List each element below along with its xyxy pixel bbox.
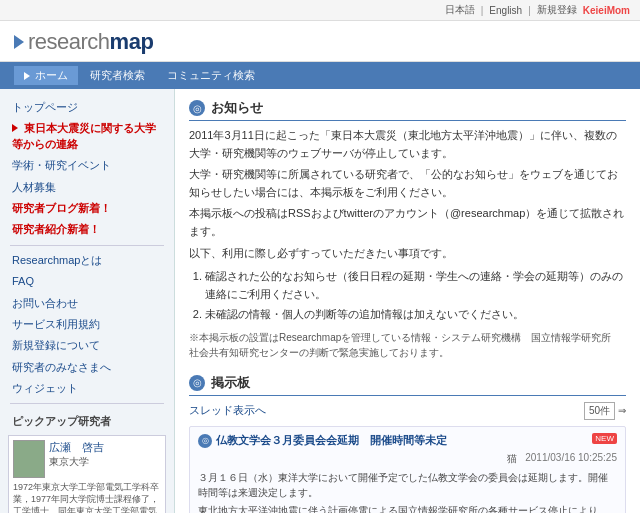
- sidebar-item-register[interactable]: 新規登録について: [0, 335, 174, 356]
- sidebar-researchers-label: 研究者のみなさまへ: [12, 361, 111, 373]
- sidebar-terms-label: サービス利用規約: [12, 318, 100, 330]
- logo-arrow-icon: [14, 35, 24, 49]
- post-header-1: ◎ 仏教文学会３月委員会会延期 開催時間等未定 NEW: [198, 433, 617, 448]
- sidebar-item-widget[interactable]: ウィジェット: [0, 378, 174, 399]
- pickup-person: 広瀬 啓吉 東京大学: [13, 440, 161, 478]
- header: researchmap: [0, 21, 640, 62]
- notice-content: 2011年3月11日に起こった「東日本大震災（東北地方太平洋沖地震）」に伴い、複…: [189, 127, 626, 360]
- sidebar-item-researchers[interactable]: 研究者のみなさまへ: [0, 357, 174, 378]
- sidebar-divider-1: [10, 245, 164, 246]
- nav-home-label: ホーム: [35, 68, 68, 83]
- notice-section-header: ◎ お知らせ: [189, 99, 626, 121]
- sidebar-contact-label: お問い合わせ: [12, 297, 78, 309]
- sidebar-item-terms[interactable]: サービス利用規約: [0, 314, 174, 335]
- notice-para-1: 2011年3月11日に起こった「東日本大震災（東北地方太平洋沖地震）」に伴い、複…: [189, 127, 626, 162]
- notice-list-item-1: 確認された公的なお知らせ（後日日程の延期・学生への連絡・学会の延期等）のみの連絡…: [205, 268, 626, 303]
- post-body-1: ３月１６日（水）東洋大学において開催予定でした仏教文学会の委員会は延期します。開…: [198, 470, 617, 513]
- board-section-header: ◎ 掲示板: [189, 374, 626, 396]
- pickup-title: ピックアップ研究者: [0, 410, 174, 431]
- site-logo: researchmap: [28, 29, 153, 55]
- board-section-icon: ◎: [189, 375, 205, 391]
- content-area: ◎ お知らせ 2011年3月11日に起こった「東日本大震災（東北地方太平洋沖地震…: [175, 89, 640, 513]
- sidebar-register-label: 新規登録について: [12, 339, 100, 351]
- separator-2: |: [528, 5, 531, 16]
- board-section: ◎ 掲示板 スレッド表示へ 50件 ⇒ ◎ 仏教文学会３月委員会会延期 開催時間…: [189, 374, 626, 513]
- sidebar-item-earthquake[interactable]: 東日本大震災に関する大学等からの連絡: [0, 118, 174, 155]
- top-bar: 日本語 | English | 新規登録 KeieiMom: [0, 0, 640, 21]
- sidebar-arrow-icon: [12, 124, 18, 132]
- nav-researcher-label: 研究者検索: [90, 68, 145, 83]
- sidebar-jobs-label: 人材募集: [12, 181, 56, 193]
- sidebar: トップページ 東日本大震災に関する大学等からの連絡 学術・研究イベント 人材募集…: [0, 89, 175, 513]
- post-datetime-1: 2011/03/16 10:25:25: [525, 452, 617, 466]
- sidebar-item-blog[interactable]: 研究者ブログ新着！: [0, 198, 174, 219]
- board-count-value: 50件: [584, 402, 615, 420]
- sidebar-item-jobs[interactable]: 人材募集: [0, 177, 174, 198]
- post-title-link-1[interactable]: 仏教文学会３月委員会会延期 開催時間等未定: [216, 433, 585, 448]
- sidebar-blog-label: 研究者ブログ新着！: [12, 202, 111, 214]
- sidebar-item-about[interactable]: Researchmapとは: [0, 250, 174, 271]
- pickup-bio: 1972年東京大学工学部電気工学科卒業，1977年同大学院博士課程修了，工学博士…: [13, 482, 161, 513]
- lang-separator: |: [481, 5, 484, 16]
- notice-list-item-2: 未確認の情報・個人の判断等の追加情報は加えないでください。: [205, 306, 626, 324]
- sidebar-nav-section: トップページ 東日本大震災に関する大学等からの連絡 学術・研究イベント 人材募集…: [0, 97, 174, 404]
- notice-para-3: 本掲示板への投稿はRSSおよびtwitterのアカウント（@researchma…: [189, 205, 626, 240]
- main-nav: ホーム 研究者検索 コミュニティ検索: [0, 62, 640, 89]
- sidebar-divider-2: [10, 403, 164, 404]
- nav-researcher-search[interactable]: 研究者検索: [80, 66, 155, 85]
- lang-en-link[interactable]: English: [489, 5, 522, 16]
- board-count: 50件 ⇒: [584, 402, 626, 420]
- nav-arrow-icon: [24, 72, 30, 80]
- pickup-university: 東京大学: [49, 455, 104, 469]
- notice-section-icon: ◎: [189, 100, 205, 116]
- notice-footer: ※本掲示板の設置はResearchmapを管理している情報・システム研究機構 国…: [189, 330, 626, 360]
- notice-section: ◎ お知らせ 2011年3月11日に起こった「東日本大震災（東北地方太平洋沖地震…: [189, 99, 626, 360]
- pickup-photo: [13, 440, 45, 478]
- sidebar-item-faq[interactable]: FAQ: [0, 271, 174, 292]
- notice-list: 確認された公的なお知らせ（後日日程の延期・学生への連絡・学会の延期等）のみの連絡…: [205, 268, 626, 324]
- sidebar-widget-label: ウィジェット: [12, 382, 78, 394]
- sidebar-events-label: 学術・研究イベント: [12, 159, 111, 171]
- post-body-text-2: 東北地方太平洋沖地震に伴う計画停電による国立情報学研究所の各種サービス停止により…: [198, 503, 617, 513]
- notice-section-title: お知らせ: [211, 99, 263, 117]
- main-layout: トップページ 東日本大震災に関する大学等からの連絡 学術・研究イベント 人材募集…: [0, 89, 640, 513]
- thread-view-link[interactable]: スレッド表示へ: [189, 403, 266, 418]
- sidebar-item-intro[interactable]: 研究者紹介新着！: [0, 219, 174, 240]
- nav-community-label: コミュニティ検索: [167, 68, 255, 83]
- sidebar-about-label: Researchmapとは: [12, 254, 102, 266]
- post-username-1: 猫: [507, 452, 517, 466]
- pickup-box: 広瀬 啓吉 東京大学 1972年東京大学工学部電気工学科卒業，1977年同大学院…: [8, 435, 166, 513]
- board-count-icon: ⇒: [618, 405, 626, 416]
- post-body-text-1: ３月１６日（水）東洋大学において開催予定でした仏教文学会の委員会は延期します。開…: [198, 470, 617, 500]
- pickup-name[interactable]: 広瀬 啓吉: [49, 440, 104, 455]
- logo-research: research: [28, 29, 110, 54]
- pickup-info: 広瀬 啓吉 東京大学: [49, 440, 104, 469]
- logo-map: map: [110, 29, 154, 54]
- nav-home[interactable]: ホーム: [14, 66, 78, 85]
- post-meta-1: 猫 2011/03/16 10:25:25: [198, 452, 617, 466]
- post-icon-1: ◎: [198, 434, 212, 448]
- post-item-1: ◎ 仏教文学会３月委員会会延期 開催時間等未定 NEW 猫 2011/03/16…: [189, 426, 626, 513]
- pickup-section: ピックアップ研究者 広瀬 啓吉 東京大学 1972年東京大学工学部電気工学科卒業…: [0, 410, 174, 513]
- sidebar-item-contact[interactable]: お問い合わせ: [0, 293, 174, 314]
- sidebar-faq-label: FAQ: [12, 275, 34, 287]
- sidebar-earthquake-label: 東日本大震災に関する大学等からの連絡: [12, 122, 156, 149]
- kk-logo: KeieiMom: [583, 5, 630, 16]
- sidebar-intro-label: 研究者紹介新着！: [12, 223, 100, 235]
- sidebar-top-label: トップページ: [12, 101, 78, 113]
- notice-para-2: 大学・研究機関等に所属されている研究者で、「公的なお知らせ」をウェブを通じてお知…: [189, 166, 626, 201]
- post-new-badge-1: NEW: [592, 433, 617, 444]
- nav-community-search[interactable]: コミュニティ検索: [157, 66, 265, 85]
- sidebar-item-events[interactable]: 学術・研究イベント: [0, 155, 174, 176]
- new-registration-link[interactable]: 新規登録: [537, 3, 577, 17]
- notice-para-4: 以下、利用に際し必ずすっていただきたい事項です。: [189, 245, 626, 263]
- sidebar-item-top[interactable]: トップページ: [0, 97, 174, 118]
- lang-ja-link[interactable]: 日本語: [445, 3, 475, 17]
- board-section-title: 掲示板: [211, 374, 250, 392]
- board-controls: スレッド表示へ 50件 ⇒: [189, 402, 626, 420]
